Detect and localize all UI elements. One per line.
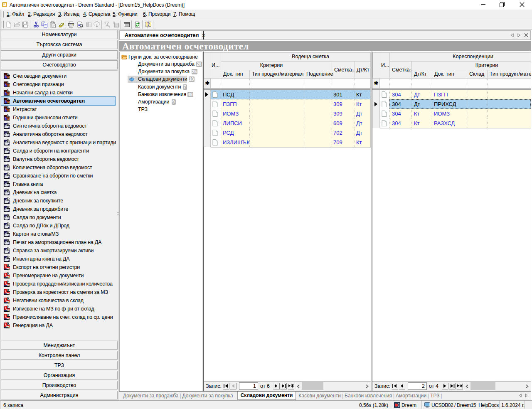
- svg-text:?: ?: [147, 21, 150, 27]
